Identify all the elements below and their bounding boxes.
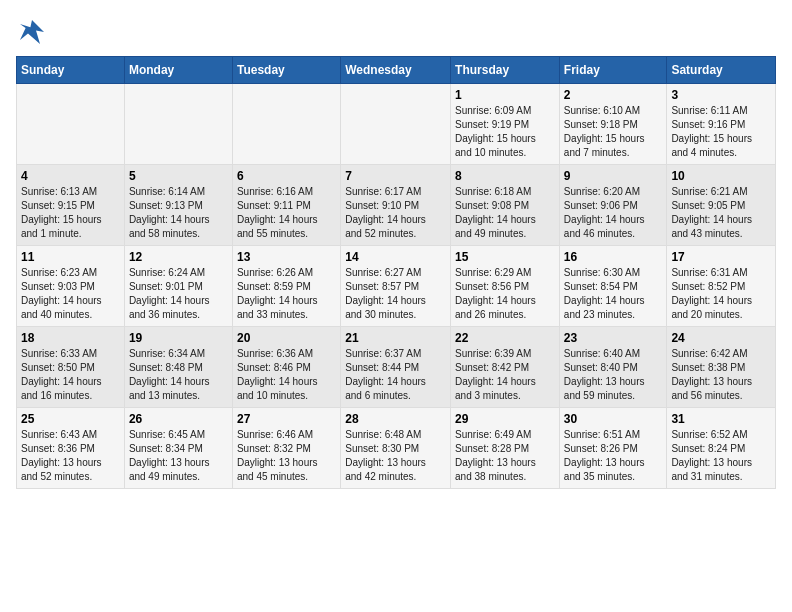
calendar-cell (232, 84, 340, 165)
calendar-week-row: 25Sunrise: 6:43 AM Sunset: 8:36 PM Dayli… (17, 408, 776, 489)
day-number: 17 (671, 250, 771, 264)
calendar-cell: 5Sunrise: 6:14 AM Sunset: 9:13 PM Daylig… (124, 165, 232, 246)
day-number: 20 (237, 331, 336, 345)
weekday-header-tuesday: Tuesday (232, 57, 340, 84)
calendar-cell: 21Sunrise: 6:37 AM Sunset: 8:44 PM Dayli… (341, 327, 451, 408)
calendar-cell (341, 84, 451, 165)
weekday-header-friday: Friday (559, 57, 667, 84)
day-info: Sunrise: 6:51 AM Sunset: 8:26 PM Dayligh… (564, 428, 663, 484)
calendar-cell: 25Sunrise: 6:43 AM Sunset: 8:36 PM Dayli… (17, 408, 125, 489)
day-info: Sunrise: 6:11 AM Sunset: 9:16 PM Dayligh… (671, 104, 771, 160)
calendar-cell: 12Sunrise: 6:24 AM Sunset: 9:01 PM Dayli… (124, 246, 232, 327)
day-number: 12 (129, 250, 228, 264)
calendar-table: SundayMondayTuesdayWednesdayThursdayFrid… (16, 56, 776, 489)
day-number: 19 (129, 331, 228, 345)
day-number: 6 (237, 169, 336, 183)
day-info: Sunrise: 6:37 AM Sunset: 8:44 PM Dayligh… (345, 347, 446, 403)
day-number: 16 (564, 250, 663, 264)
day-number: 18 (21, 331, 120, 345)
day-info: Sunrise: 6:21 AM Sunset: 9:05 PM Dayligh… (671, 185, 771, 241)
day-info: Sunrise: 6:18 AM Sunset: 9:08 PM Dayligh… (455, 185, 555, 241)
svg-marker-0 (20, 20, 44, 44)
day-info: Sunrise: 6:26 AM Sunset: 8:59 PM Dayligh… (237, 266, 336, 322)
day-number: 8 (455, 169, 555, 183)
calendar-cell: 1Sunrise: 6:09 AM Sunset: 9:19 PM Daylig… (451, 84, 560, 165)
calendar-cell: 8Sunrise: 6:18 AM Sunset: 9:08 PM Daylig… (451, 165, 560, 246)
day-number: 21 (345, 331, 446, 345)
weekday-header-wednesday: Wednesday (341, 57, 451, 84)
day-number: 22 (455, 331, 555, 345)
calendar-cell: 23Sunrise: 6:40 AM Sunset: 8:40 PM Dayli… (559, 327, 667, 408)
weekday-header-monday: Monday (124, 57, 232, 84)
day-info: Sunrise: 6:52 AM Sunset: 8:24 PM Dayligh… (671, 428, 771, 484)
calendar-week-row: 4Sunrise: 6:13 AM Sunset: 9:15 PM Daylig… (17, 165, 776, 246)
day-info: Sunrise: 6:20 AM Sunset: 9:06 PM Dayligh… (564, 185, 663, 241)
day-info: Sunrise: 6:45 AM Sunset: 8:34 PM Dayligh… (129, 428, 228, 484)
day-number: 15 (455, 250, 555, 264)
calendar-cell: 20Sunrise: 6:36 AM Sunset: 8:46 PM Dayli… (232, 327, 340, 408)
day-info: Sunrise: 6:49 AM Sunset: 8:28 PM Dayligh… (455, 428, 555, 484)
calendar-cell: 13Sunrise: 6:26 AM Sunset: 8:59 PM Dayli… (232, 246, 340, 327)
day-number: 2 (564, 88, 663, 102)
weekday-header-thursday: Thursday (451, 57, 560, 84)
day-info: Sunrise: 6:42 AM Sunset: 8:38 PM Dayligh… (671, 347, 771, 403)
calendar-week-row: 1Sunrise: 6:09 AM Sunset: 9:19 PM Daylig… (17, 84, 776, 165)
day-info: Sunrise: 6:39 AM Sunset: 8:42 PM Dayligh… (455, 347, 555, 403)
day-number: 26 (129, 412, 228, 426)
day-number: 10 (671, 169, 771, 183)
day-number: 31 (671, 412, 771, 426)
day-number: 3 (671, 88, 771, 102)
day-number: 11 (21, 250, 120, 264)
calendar-cell: 6Sunrise: 6:16 AM Sunset: 9:11 PM Daylig… (232, 165, 340, 246)
calendar-cell: 27Sunrise: 6:46 AM Sunset: 8:32 PM Dayli… (232, 408, 340, 489)
day-info: Sunrise: 6:29 AM Sunset: 8:56 PM Dayligh… (455, 266, 555, 322)
calendar-cell: 11Sunrise: 6:23 AM Sunset: 9:03 PM Dayli… (17, 246, 125, 327)
day-number: 25 (21, 412, 120, 426)
day-info: Sunrise: 6:10 AM Sunset: 9:18 PM Dayligh… (564, 104, 663, 160)
logo (16, 16, 52, 48)
page-header (16, 16, 776, 48)
day-info: Sunrise: 6:14 AM Sunset: 9:13 PM Dayligh… (129, 185, 228, 241)
day-info: Sunrise: 6:13 AM Sunset: 9:15 PM Dayligh… (21, 185, 120, 241)
calendar-cell: 4Sunrise: 6:13 AM Sunset: 9:15 PM Daylig… (17, 165, 125, 246)
calendar-cell: 15Sunrise: 6:29 AM Sunset: 8:56 PM Dayli… (451, 246, 560, 327)
day-info: Sunrise: 6:30 AM Sunset: 8:54 PM Dayligh… (564, 266, 663, 322)
day-info: Sunrise: 6:33 AM Sunset: 8:50 PM Dayligh… (21, 347, 120, 403)
calendar-cell: 18Sunrise: 6:33 AM Sunset: 8:50 PM Dayli… (17, 327, 125, 408)
day-number: 1 (455, 88, 555, 102)
weekday-header-sunday: Sunday (17, 57, 125, 84)
calendar-cell: 7Sunrise: 6:17 AM Sunset: 9:10 PM Daylig… (341, 165, 451, 246)
calendar-cell (124, 84, 232, 165)
calendar-cell: 9Sunrise: 6:20 AM Sunset: 9:06 PM Daylig… (559, 165, 667, 246)
calendar-week-row: 11Sunrise: 6:23 AM Sunset: 9:03 PM Dayli… (17, 246, 776, 327)
calendar-cell: 30Sunrise: 6:51 AM Sunset: 8:26 PM Dayli… (559, 408, 667, 489)
day-number: 13 (237, 250, 336, 264)
day-number: 27 (237, 412, 336, 426)
calendar-cell: 28Sunrise: 6:48 AM Sunset: 8:30 PM Dayli… (341, 408, 451, 489)
day-info: Sunrise: 6:23 AM Sunset: 9:03 PM Dayligh… (21, 266, 120, 322)
calendar-cell: 19Sunrise: 6:34 AM Sunset: 8:48 PM Dayli… (124, 327, 232, 408)
calendar-cell: 17Sunrise: 6:31 AM Sunset: 8:52 PM Dayli… (667, 246, 776, 327)
day-number: 7 (345, 169, 446, 183)
day-info: Sunrise: 6:16 AM Sunset: 9:11 PM Dayligh… (237, 185, 336, 241)
calendar-cell: 31Sunrise: 6:52 AM Sunset: 8:24 PM Dayli… (667, 408, 776, 489)
day-number: 9 (564, 169, 663, 183)
day-info: Sunrise: 6:43 AM Sunset: 8:36 PM Dayligh… (21, 428, 120, 484)
calendar-cell: 16Sunrise: 6:30 AM Sunset: 8:54 PM Dayli… (559, 246, 667, 327)
calendar-cell: 10Sunrise: 6:21 AM Sunset: 9:05 PM Dayli… (667, 165, 776, 246)
day-number: 29 (455, 412, 555, 426)
day-info: Sunrise: 6:48 AM Sunset: 8:30 PM Dayligh… (345, 428, 446, 484)
calendar-cell: 14Sunrise: 6:27 AM Sunset: 8:57 PM Dayli… (341, 246, 451, 327)
day-info: Sunrise: 6:09 AM Sunset: 9:19 PM Dayligh… (455, 104, 555, 160)
day-number: 24 (671, 331, 771, 345)
day-number: 28 (345, 412, 446, 426)
day-number: 30 (564, 412, 663, 426)
day-info: Sunrise: 6:46 AM Sunset: 8:32 PM Dayligh… (237, 428, 336, 484)
calendar-cell: 3Sunrise: 6:11 AM Sunset: 9:16 PM Daylig… (667, 84, 776, 165)
day-info: Sunrise: 6:34 AM Sunset: 8:48 PM Dayligh… (129, 347, 228, 403)
weekday-header-saturday: Saturday (667, 57, 776, 84)
day-info: Sunrise: 6:40 AM Sunset: 8:40 PM Dayligh… (564, 347, 663, 403)
day-info: Sunrise: 6:36 AM Sunset: 8:46 PM Dayligh… (237, 347, 336, 403)
logo-icon (16, 16, 48, 48)
day-info: Sunrise: 6:17 AM Sunset: 9:10 PM Dayligh… (345, 185, 446, 241)
